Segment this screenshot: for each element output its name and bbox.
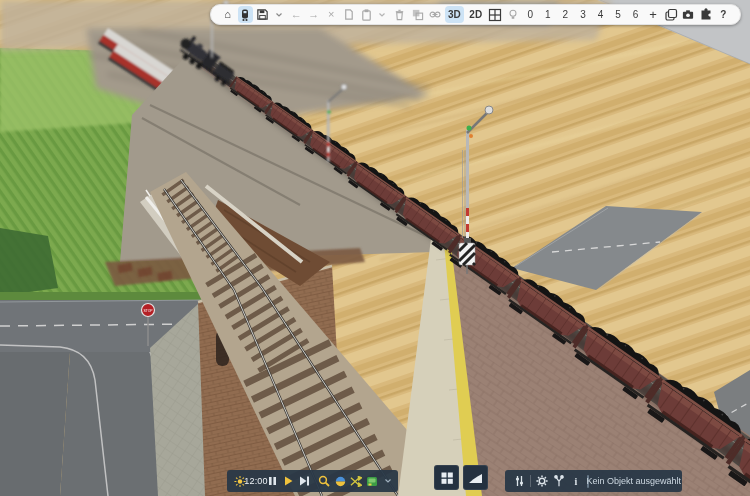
layer-2-button[interactable]: 2 — [558, 6, 573, 23]
scenery-menu-button[interactable] — [382, 472, 394, 490]
layer-6-button[interactable]: 6 — [628, 6, 643, 23]
cut-icon: × — [328, 9, 334, 20]
terrain-view-button[interactable] — [463, 465, 488, 490]
layer-3-button[interactable]: 3 — [575, 6, 590, 23]
shuffle-icon — [350, 476, 362, 487]
train-icon — [238, 8, 252, 22]
main-toolbar: ⌂ ← → × 3D 2D 0 1 2 3 4 5 6 + ? — [210, 4, 741, 25]
lamp-button[interactable] — [505, 6, 520, 23]
chevron-down-icon — [384, 478, 392, 484]
gear-icon — [536, 475, 548, 487]
split-view-button[interactable] — [488, 6, 503, 23]
divider — [530, 475, 531, 487]
pause-icon — [268, 476, 277, 486]
camera-icon — [681, 8, 695, 21]
trash-icon — [393, 8, 406, 21]
link-button[interactable] — [427, 6, 442, 23]
copy-button[interactable] — [341, 6, 356, 23]
save-menu-button[interactable] — [271, 6, 286, 23]
link-icon — [428, 8, 442, 21]
layer-1-button[interactable]: 1 — [540, 6, 555, 23]
scene-3d-viewport[interactable]: STOP — [0, 0, 750, 496]
settings-button[interactable] — [536, 472, 548, 490]
play-button[interactable] — [282, 472, 294, 490]
zoom-button[interactable] — [318, 472, 330, 490]
forward-arrow-icon: → — [308, 9, 319, 20]
paste-menu-button[interactable] — [375, 6, 390, 23]
statusbar-left: 12:00 — [227, 470, 398, 492]
add-layer-button[interactable]: + — [646, 6, 661, 23]
layer-4-button[interactable]: 4 — [593, 6, 608, 23]
paste-icon — [360, 8, 373, 21]
random-route-button[interactable] — [350, 472, 362, 490]
object-properties-button[interactable] — [513, 472, 525, 490]
statusbar-right: i Kein Objekt ausgewählt — [505, 470, 682, 492]
view-2d-button[interactable]: 2D — [466, 6, 485, 23]
scenery-mode-button[interactable] — [366, 472, 378, 490]
pause-button[interactable] — [266, 472, 278, 490]
layout-grid-button[interactable] — [434, 465, 459, 490]
cut-button[interactable]: × — [324, 6, 339, 23]
screenshot-button[interactable] — [681, 6, 696, 23]
help-button[interactable]: ? — [716, 6, 731, 23]
puzzle-icon — [699, 8, 713, 22]
chevron-down-icon — [275, 12, 283, 18]
play-icon — [284, 476, 293, 486]
svg-text:STOP: STOP — [143, 309, 153, 313]
group-button[interactable] — [410, 6, 425, 23]
delete-button[interactable] — [392, 6, 407, 23]
duplicate-button[interactable] — [663, 6, 678, 23]
copy-icon — [342, 8, 355, 21]
lamp-icon — [507, 8, 519, 21]
window-grid-icon — [488, 8, 502, 22]
group-icon — [411, 8, 424, 21]
step-forward-icon — [299, 476, 310, 486]
grid-icon — [440, 471, 454, 485]
clock-display[interactable]: 12:00 — [250, 472, 262, 490]
save-button[interactable] — [255, 6, 270, 23]
info-icon: i — [574, 476, 577, 487]
info-button[interactable]: i — [570, 472, 582, 490]
globe-daynight-icon — [335, 476, 346, 487]
undo-button[interactable]: ← — [289, 6, 304, 23]
layer-0-button[interactable]: 0 — [523, 6, 538, 23]
app-window: STOP — [0, 0, 750, 496]
redo-button[interactable]: → — [306, 6, 321, 23]
layer-5-button[interactable]: 5 — [611, 6, 626, 23]
terrain-slope-icon — [468, 471, 483, 484]
train-mode-button[interactable] — [238, 6, 253, 23]
track-switch-icon — [553, 475, 565, 487]
layers-icon — [664, 8, 678, 22]
switch-control-button[interactable] — [553, 472, 565, 490]
step-forward-button[interactable] — [298, 472, 310, 490]
plugins-button[interactable] — [698, 6, 713, 23]
view-3d-button[interactable]: 3D — [445, 6, 464, 23]
paste-button[interactable] — [359, 6, 374, 23]
back-arrow-icon: ← — [291, 9, 302, 20]
selection-status-text: Kein Objekt ausgewählt — [594, 472, 674, 490]
magnifier-icon — [318, 475, 330, 487]
home-icon: ⌂ — [224, 9, 231, 20]
save-icon — [256, 8, 269, 21]
home-button[interactable]: ⌂ — [220, 6, 235, 23]
sliders-icon — [514, 475, 525, 487]
day-night-toggle[interactable] — [334, 472, 346, 490]
chevron-down-icon — [378, 12, 386, 18]
scenery-icon — [366, 476, 378, 487]
